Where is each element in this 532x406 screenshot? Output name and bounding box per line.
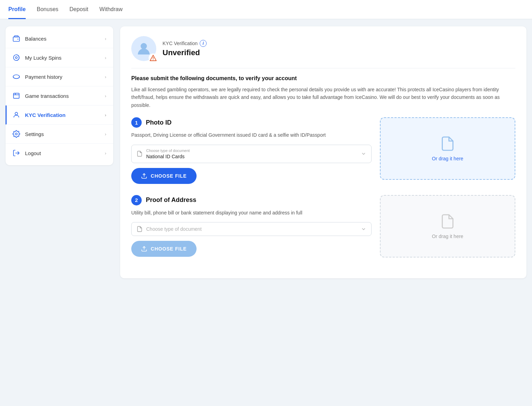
svg-point-1 xyxy=(17,39,18,40)
chevron-icon: › xyxy=(105,36,106,41)
chevron-icon: › xyxy=(105,74,106,79)
kyc-label: KYC Verification i xyxy=(163,40,207,47)
chevron-icon: › xyxy=(105,132,106,137)
doc-type-dropdown-1[interactable]: Choose type of document National ID Card… xyxy=(131,145,372,163)
chevron-down-icon-2 xyxy=(361,226,366,232)
sidebar-item-balances[interactable]: Balances › xyxy=(6,29,113,48)
sidebar-item-logout[interactable]: Logout › xyxy=(6,144,113,162)
step-badge-2: 2 xyxy=(131,195,142,205)
warning-badge xyxy=(149,53,158,62)
drop-zone-2[interactable]: Or drag it here xyxy=(380,195,515,257)
spins-icon xyxy=(13,54,20,61)
section-title-1: Photo ID xyxy=(146,119,172,126)
svg-point-3 xyxy=(15,57,17,59)
file-drop-icon-2 xyxy=(440,213,456,229)
logout-icon xyxy=(13,149,20,157)
payment-icon xyxy=(13,73,20,81)
nav-withdraw[interactable]: Withdraw xyxy=(99,0,123,19)
wallet-icon xyxy=(13,35,20,42)
doc-section-photo-id: 1 Photo ID Passport, Driving License or … xyxy=(131,117,515,184)
intro-text: Like all licensed gambling operators, we… xyxy=(131,86,515,109)
svg-rect-0 xyxy=(13,37,19,41)
svg-point-9 xyxy=(15,133,17,135)
chevron-down-icon xyxy=(361,151,366,157)
top-navigation: Profile Bonuses Deposit Withdraw xyxy=(0,0,532,19)
main-content: KYC Verification i Unverified Please sub… xyxy=(120,26,526,278)
section-title-2: Proof of Address xyxy=(146,196,196,204)
sidebar-label-game-transactions: Game transactions xyxy=(25,93,69,99)
chevron-icon: › xyxy=(105,151,106,156)
nav-deposit[interactable]: Deposit xyxy=(69,0,88,19)
kyc-avatar xyxy=(131,36,156,61)
dropdown-label-1: Choose type of document xyxy=(146,149,357,153)
sidebar-item-settings[interactable]: Settings › xyxy=(6,125,113,144)
info-icon[interactable]: i xyxy=(200,40,207,47)
warning-triangle-icon xyxy=(150,55,157,61)
main-layout: Balances › My Lucky Spins › Payment hist… xyxy=(0,19,532,285)
settings-icon xyxy=(13,130,20,138)
document-icon-2 xyxy=(136,226,143,232)
sidebar-label-kyc: KYC Verification xyxy=(25,112,66,118)
nav-bonuses[interactable]: Bonuses xyxy=(37,0,58,19)
drop-text-2: Or drag it here xyxy=(432,234,463,239)
svg-point-13 xyxy=(153,59,153,60)
section-desc-1: Passport, Driving License or official Go… xyxy=(131,131,372,139)
choose-file-button-2[interactable]: CHOOSE FILE xyxy=(131,241,197,257)
sidebar-label-payment-history: Payment history xyxy=(25,74,63,80)
doc-section-proof-of-address: 2 Proof of Address Utility bill, phone b… xyxy=(131,195,515,257)
drop-zone-1[interactable]: Or drag it here xyxy=(380,117,515,180)
kyc-status: Unverified xyxy=(163,48,207,57)
nav-profile[interactable]: Profile xyxy=(8,0,26,19)
svg-point-8 xyxy=(15,112,17,115)
sidebar-label-lucky-spins: My Lucky Spins xyxy=(25,55,61,61)
intro-heading: Please submit the following documents, t… xyxy=(131,75,515,82)
kyc-title-block: KYC Verification i Unverified xyxy=(163,40,207,57)
chevron-icon: › xyxy=(105,112,106,118)
sidebar-label-balances: Balances xyxy=(25,36,47,42)
games-icon xyxy=(13,92,20,100)
upload-icon-2 xyxy=(141,246,147,252)
kyc-icon xyxy=(13,111,20,119)
sidebar-label-logout: Logout xyxy=(25,150,41,156)
file-drop-icon-1 xyxy=(440,136,456,152)
choose-file-button-1[interactable]: CHOOSE FILE xyxy=(131,168,197,184)
svg-point-11 xyxy=(141,43,147,49)
sidebar-item-kyc[interactable]: KYC Verification › xyxy=(6,105,113,125)
drop-text-1: Or drag it here xyxy=(432,156,463,161)
step-badge-1: 1 xyxy=(131,117,142,128)
chevron-icon: › xyxy=(105,93,106,99)
sidebar-item-lucky-spins[interactable]: My Lucky Spins › xyxy=(6,48,113,67)
sidebar-item-payment-history[interactable]: Payment history › xyxy=(6,67,113,86)
kyc-header: KYC Verification i Unverified xyxy=(131,36,515,68)
dropdown-value-1: National ID Cards xyxy=(146,154,185,159)
upload-icon-1 xyxy=(141,173,147,179)
avatar-person-icon xyxy=(136,41,151,56)
chevron-icon: › xyxy=(105,55,106,60)
sidebar: Balances › My Lucky Spins › Payment hist… xyxy=(6,26,113,165)
doc-type-dropdown-2[interactable]: Choose type of document xyxy=(131,222,372,236)
section-desc-2: Utility bill, phone bill or bank stateme… xyxy=(131,209,372,217)
sidebar-label-settings: Settings xyxy=(25,131,44,137)
svg-rect-5 xyxy=(14,93,19,99)
document-icon xyxy=(136,151,143,157)
dropdown-placeholder-2: Choose type of document xyxy=(146,226,202,232)
sidebar-item-game-transactions[interactable]: Game transactions › xyxy=(6,86,113,105)
